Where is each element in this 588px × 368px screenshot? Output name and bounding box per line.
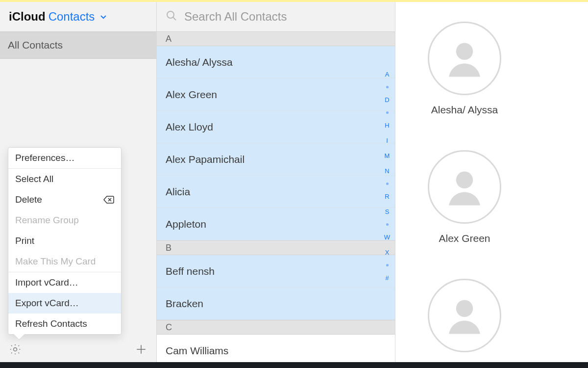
sidebar: iCloud Contacts All Contacts Preferences… <box>0 2 157 362</box>
section-header: C <box>157 320 395 335</box>
section-header: A <box>157 31 395 46</box>
plus-icon[interactable] <box>135 343 147 358</box>
section-header: B <box>157 240 395 255</box>
contact-list: Search All Contacts AAlesha/ AlyssaAlex … <box>157 2 395 362</box>
menu-refresh-contacts[interactable]: Refresh Contacts <box>8 314 121 334</box>
svg-point-0 <box>14 348 17 351</box>
menu-export-vcard[interactable]: Export vCard… <box>8 293 121 314</box>
index-dot[interactable] <box>386 183 389 185</box>
sidebar-item-all-contacts[interactable]: All Contacts <box>0 31 156 59</box>
backspace-icon <box>103 196 114 204</box>
settings-popup: Preferences… Select All Delete Rename Gr… <box>8 147 122 335</box>
menu-select-all[interactable]: Select All <box>8 169 121 189</box>
index-letter[interactable]: R <box>385 193 389 200</box>
menu-import-vcard[interactable]: Import vCard… <box>8 272 121 293</box>
menu-print[interactable]: Print <box>8 231 121 251</box>
index-letter[interactable]: # <box>385 274 389 282</box>
search-icon <box>166 10 177 24</box>
chevron-down-icon[interactable] <box>99 10 107 24</box>
svg-point-4 <box>456 300 473 317</box>
index-dot[interactable] <box>386 86 389 88</box>
contact-row[interactable]: Alesha/ Alyssa <box>157 46 395 79</box>
avatar-icon <box>428 22 501 95</box>
contact-card[interactable]: Alesha/ Alyssa <box>428 22 501 116</box>
bottom-bar <box>0 362 588 368</box>
index-dot[interactable] <box>386 264 389 266</box>
index-letter[interactable]: S <box>385 208 390 215</box>
search-placeholder: Search All Contacts <box>184 10 287 24</box>
contact-row[interactable]: Alicia <box>157 176 395 208</box>
index-dot[interactable] <box>386 111 389 114</box>
index-letter[interactable]: D <box>385 96 389 104</box>
brand-contacts: Contacts <box>49 10 95 24</box>
index-letter[interactable]: M <box>385 152 390 159</box>
contact-card-name: Alesha/ Alyssa <box>431 104 498 116</box>
app-title[interactable]: iCloud Contacts <box>0 2 156 31</box>
contact-row[interactable]: Alex Lloyd <box>157 111 395 143</box>
index-letter[interactable]: N <box>385 167 389 175</box>
svg-point-2 <box>456 43 473 60</box>
avatar-icon <box>428 279 501 352</box>
index-letter[interactable]: A <box>385 71 390 78</box>
menu-make-my-card: Make This My Card <box>8 251 121 272</box>
contact-row[interactable]: Alex Papamichail <box>157 143 395 176</box>
contact-card-name: Alex Green <box>439 233 490 244</box>
index-letter[interactable]: W <box>384 234 390 241</box>
index-dot[interactable] <box>386 223 389 226</box>
contact-row[interactable]: Alex Green <box>157 79 395 111</box>
avatar-icon <box>428 150 501 224</box>
alpha-index-rail[interactable]: ADHIMNRSWX# <box>382 71 392 282</box>
sidebar-item-label: All Contacts <box>8 39 63 51</box>
search-bar[interactable]: Search All Contacts <box>157 2 395 31</box>
svg-point-1 <box>167 11 174 18</box>
index-letter[interactable]: X <box>385 249 390 256</box>
index-letter[interactable]: H <box>385 122 389 129</box>
brand-icloud: iCloud <box>9 10 46 24</box>
gear-icon[interactable] <box>9 343 22 358</box>
menu-rename-group: Rename Group <box>8 210 121 231</box>
contact-row[interactable]: Appleton <box>157 208 395 240</box>
detail-pane: Alesha/ AlyssaAlex GreenAliciaAppleton <box>395 2 588 362</box>
contact-row[interactable]: Bracken <box>157 288 395 320</box>
index-letter[interactable]: I <box>386 137 388 144</box>
menu-delete[interactable]: Delete <box>8 189 121 210</box>
contact-card[interactable]: Alex Green <box>428 150 501 244</box>
menu-preferences[interactable]: Preferences… <box>8 148 121 168</box>
svg-point-3 <box>456 172 473 189</box>
contact-card[interactable]: Alicia <box>428 279 501 362</box>
contact-row[interactable]: Beff nensh <box>157 255 395 288</box>
